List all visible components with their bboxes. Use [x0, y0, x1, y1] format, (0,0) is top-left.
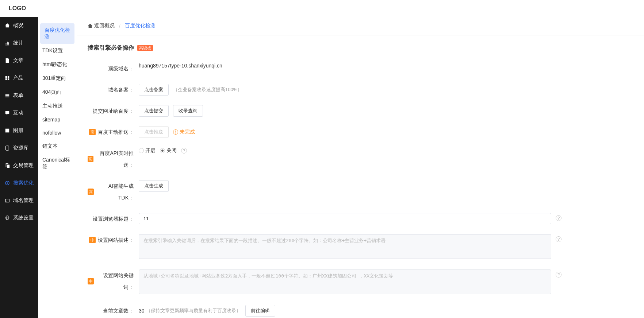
label-article: 当前文章数：: [103, 305, 134, 317]
row-desc: 中 设置网站描述： ?: [88, 234, 633, 260]
hint-icp: （企业备案收录速度提高100%）: [173, 86, 242, 93]
sub-item-1[interactable]: TDK设置: [38, 44, 77, 58]
copy-icon: [4, 163, 10, 168]
btn-icp[interactable]: 点击备案: [139, 84, 169, 96]
help-title[interactable]: ?: [556, 215, 561, 221]
sub-item-5[interactable]: 主动推送: [38, 99, 77, 113]
sidebar-item-1[interactable]: 统计: [0, 34, 38, 52]
sidebar-sub: 百度优化检测TDK设置html静态化301重定向404页面主动推送sitemap…: [38, 17, 77, 318]
sidebar-item-10[interactable]: 域名管理: [0, 192, 38, 209]
sidebar-item-5[interactable]: 互动: [0, 104, 38, 122]
hint-article: （保持文章更新频率与质量有利于百度收录）: [146, 307, 241, 314]
svg-point-1: [7, 182, 8, 184]
list-icon: [4, 93, 10, 98]
input-title[interactable]: [139, 213, 551, 224]
row-domain: 顶级域名： huang897157type-10.shanxiyunqi.cn: [88, 63, 633, 74]
btn-push: 点击推送: [139, 126, 169, 138]
sub-item-0[interactable]: 百度优化检测: [40, 23, 74, 44]
tag-high-2: 高: [88, 156, 93, 162]
sidebar-item-label: 域名管理: [13, 197, 34, 204]
www-icon: [4, 198, 10, 203]
sidebar-item-label: 图册: [13, 127, 23, 134]
tag-high-1: 高: [89, 129, 96, 135]
label-title: 设置浏览器标题：: [93, 213, 134, 225]
sub-item-3[interactable]: 301重定向: [38, 71, 77, 85]
sidebar-item-9[interactable]: 搜索优化: [0, 174, 38, 192]
btn-submit[interactable]: 点击提交: [139, 105, 169, 117]
radio-api-on[interactable]: 开启: [139, 147, 156, 154]
header: LOGO: [0, 0, 644, 17]
tag-mid-2: 中: [88, 278, 94, 284]
status-push: ! 未完成: [173, 129, 195, 135]
sidebar-item-label: 产品: [13, 75, 23, 81]
breadcrumb: 返回概况 / 百度优化检测: [77, 17, 644, 35]
row-article: 当前文章数： 30 （保持文章更新频率与质量有利于百度收录） 前往编辑: [88, 305, 633, 317]
label-push: 百度主动推送：: [98, 126, 134, 138]
radio-api-off-label: 关闭: [166, 147, 177, 154]
chart-icon: [4, 40, 10, 46]
sub-item-7[interactable]: nofollow: [38, 126, 77, 139]
breadcrumb-current: 百度优化检测: [125, 23, 156, 29]
sidebar-item-0[interactable]: 概况: [0, 17, 38, 34]
db-icon: [4, 145, 10, 151]
panel-title: 搜索引擎必备操作: [88, 44, 134, 52]
main-container: 概况统计文章产品表单互动图册资源库交易管理搜索优化域名管理系统设置 百度优化检测…: [0, 17, 644, 318]
sub-item-8[interactable]: 锚文本: [38, 139, 77, 153]
row-ai: 高 AI智能生成TDK： 点击生成: [88, 180, 633, 203]
gear-icon: [4, 215, 10, 221]
radio-api-on-label: 开启: [145, 147, 156, 154]
tag-high-3: 高: [88, 189, 94, 195]
label-domain: 顶级域名：: [108, 63, 134, 74]
home-icon: [88, 23, 93, 28]
panel-title-row: 搜索引擎必备操作 高级板: [88, 44, 633, 52]
help-api[interactable]: ?: [181, 148, 187, 154]
sidebar-item-2[interactable]: 文章: [0, 52, 38, 69]
value-article-count: 30: [139, 308, 145, 314]
target-icon: [4, 180, 10, 186]
chat-icon: [4, 110, 10, 116]
label-submit: 提交网址给百度：: [93, 105, 134, 117]
row-api: 高 百度API实时推送： 开启 关闭 ?: [88, 147, 633, 171]
sidebar-item-11[interactable]: 系统设置: [0, 209, 38, 227]
sidebar-item-label: 互动: [13, 110, 23, 116]
row-title: 设置浏览器标题： ?: [88, 213, 633, 225]
badge-advanced: 高级板: [137, 45, 153, 51]
row-icp: 域名备案： 点击备案 （企业备案收录速度提高100%）: [88, 84, 633, 96]
sub-item-4[interactable]: 404页面: [38, 85, 77, 99]
sidebar-item-6[interactable]: 图册: [0, 122, 38, 139]
sidebar-item-4[interactable]: 表单: [0, 87, 38, 104]
textarea-keyword[interactable]: [139, 269, 551, 294]
sidebar-main: 概况统计文章产品表单互动图册资源库交易管理搜索优化域名管理系统设置: [0, 17, 38, 318]
sub-item-2[interactable]: html静态化: [38, 58, 77, 71]
help-desc[interactable]: ?: [556, 236, 561, 242]
sub-item-9[interactable]: Canonical标签: [38, 153, 77, 174]
row-push: 高 百度主动推送： 点击推送 ! 未完成: [88, 126, 633, 138]
sidebar-item-label: 文章: [13, 57, 23, 64]
sidebar-item-8[interactable]: 交易管理: [0, 157, 38, 174]
help-keyword[interactable]: ?: [556, 272, 561, 278]
sidebar-item-label: 系统设置: [13, 215, 34, 221]
sidebar-item-7[interactable]: 资源库: [0, 139, 38, 157]
home-icon: [4, 23, 10, 28]
doc-icon: [4, 58, 10, 63]
panel: 搜索引擎必备操作 高级板 顶级域名： huang897157type-10.sh…: [77, 35, 644, 318]
breadcrumb-back-label: 返回概况: [94, 23, 115, 29]
row-keyword: 中 设置网站关键词： ?: [88, 269, 633, 295]
breadcrumb-sep: /: [119, 23, 120, 29]
textarea-desc[interactable]: [139, 234, 551, 259]
label-icp: 域名备案：: [108, 84, 134, 96]
btn-query[interactable]: 收录查询: [173, 105, 203, 117]
sidebar-item-3[interactable]: 产品: [0, 69, 38, 87]
label-ai: AI智能生成TDK：: [96, 180, 134, 203]
btn-article-edit[interactable]: 前往编辑: [245, 305, 275, 317]
sub-item-6[interactable]: sitemap: [38, 113, 77, 126]
sidebar-item-label: 概况: [13, 22, 23, 29]
radio-api-off[interactable]: 关闭: [160, 147, 177, 154]
sidebar-item-label: 表单: [13, 92, 23, 99]
grid-icon: [4, 75, 10, 81]
warn-icon: !: [173, 129, 178, 135]
sidebar-item-label: 统计: [13, 40, 23, 46]
btn-ai[interactable]: 点击生成: [139, 180, 169, 192]
breadcrumb-back[interactable]: 返回概况: [88, 23, 115, 29]
tag-mid-1: 中: [89, 237, 96, 243]
